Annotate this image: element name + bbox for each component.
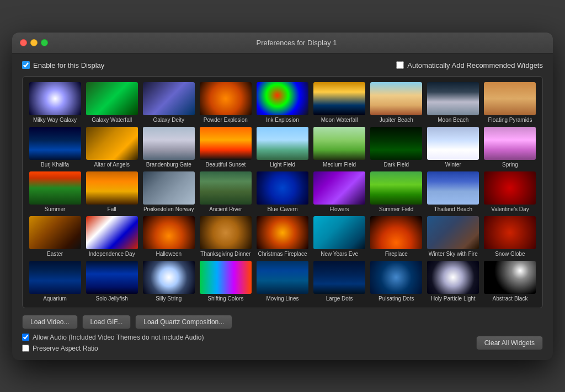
thumbnail-brandenburg-gate <box>143 127 195 160</box>
grid-item-ancient-river[interactable]: Ancient River <box>198 170 253 214</box>
thumbnail-light-field <box>257 127 308 160</box>
label-fall: Fall <box>108 206 116 213</box>
grid-item-beautiful-sunset[interactable]: Beautiful Sunset <box>198 126 253 169</box>
thumbnail-beautiful-sunset <box>200 127 252 160</box>
grid-item-fall[interactable]: Fall <box>84 170 140 214</box>
grid-item-ink-explosion[interactable]: Ink Explosion <box>254 81 310 125</box>
label-preikestolen-norway: Preikestolen Norway <box>143 206 194 213</box>
load-video-button[interactable]: Load Video... <box>22 315 78 329</box>
grid-item-medium-field[interactable]: Medium Field <box>312 126 367 169</box>
grid-item-winter[interactable]: Winter <box>425 126 481 169</box>
label-milky-way-galaxy: Milky Way Galaxy <box>33 117 77 123</box>
label-brandenburg-gate: Brandenburg Gate <box>146 162 191 168</box>
grid-item-large-dots[interactable]: Large Dots <box>312 260 367 303</box>
wallpaper-grid-container[interactable]: Milky Way GalaxyGalaxy WaterfallGalaxy D… <box>22 76 543 308</box>
grid-item-altar-of-angels[interactable]: Altar of Angels <box>84 126 140 169</box>
thumbnail-aquarium <box>29 261 81 294</box>
label-new-years-eve: New Years Eve <box>321 251 358 257</box>
thumbnail-pulsating-dots <box>370 261 422 294</box>
label-halloween: Halloween <box>156 251 182 257</box>
thumbnail-summer-field <box>370 171 422 205</box>
bottom-row: Allow Audio (Included Video Themes do no… <box>22 334 543 352</box>
enable-display-checkbox[interactable] <box>22 61 30 69</box>
enable-display-checkbox-label[interactable]: Enable for this Display <box>22 61 104 69</box>
allow-audio-checkbox[interactable] <box>22 334 29 341</box>
grid-item-dark-field[interactable]: Dark Field <box>369 126 424 169</box>
grid-item-blue-cavern[interactable]: Blue Cavern <box>254 170 310 214</box>
grid-item-easter[interactable]: Easter <box>27 215 83 259</box>
bottom-controls: Load Video... Load GIF... Load Quartz Co… <box>22 315 543 352</box>
grid-item-snow-globe[interactable]: Snow Globe <box>482 215 538 259</box>
close-button[interactable] <box>20 39 27 46</box>
auto-add-checkbox[interactable] <box>396 61 404 69</box>
label-valentines-day: Valentine's Day <box>491 206 529 213</box>
label-jupiter-beach: Jupiter Beach <box>380 117 413 123</box>
grid-item-new-years-eve[interactable]: New Years Eve <box>312 215 367 259</box>
grid-item-brandenburg-gate[interactable]: Brandenburg Gate <box>141 126 196 169</box>
preserve-aspect-checkbox-label[interactable]: Preserve Aspect Ratio <box>22 345 204 352</box>
grid-item-winter-sky-fire[interactable]: Winter Sky with Fire <box>425 215 481 259</box>
grid-item-moon-beach[interactable]: Moon Beach <box>425 81 481 125</box>
clear-all-widgets-button[interactable]: Clear All Widgets <box>476 336 543 350</box>
grid-item-flowers[interactable]: Flowers <box>312 170 367 214</box>
grid-item-holy-particle-light[interactable]: Holy Particle Light <box>425 260 481 303</box>
grid-item-moon-waterfall[interactable]: Moon Waterfall <box>312 81 367 125</box>
maximize-button[interactable] <box>41 39 48 46</box>
load-buttons-row: Load Video... Load GIF... Load Quartz Co… <box>22 315 543 329</box>
load-gif-button[interactable]: Load GIF... <box>82 315 131 329</box>
label-winter: Winter <box>445 162 461 168</box>
grid-item-fireplace[interactable]: Fireplace <box>369 215 424 259</box>
grid-item-abstract-black[interactable]: Abstract Black <box>482 260 538 303</box>
thumbnail-altar-of-angels <box>86 127 138 160</box>
grid-item-solo-jellyfish[interactable]: Solo Jellyfish <box>84 260 140 303</box>
grid-item-summer-field[interactable]: Summer Field <box>369 170 424 214</box>
thumbnail-flowers <box>313 171 365 205</box>
grid-item-galaxy-waterfall[interactable]: Galaxy Waterfall <box>84 81 140 125</box>
grid-item-valentines-day[interactable]: Valentine's Day <box>482 170 538 214</box>
auto-add-checkbox-label[interactable]: Automatically Add Recommended Widgets <box>396 61 543 69</box>
grid-item-thailand-beach[interactable]: Thailand Beach <box>425 170 481 214</box>
thumbnail-blue-cavern <box>257 171 308 205</box>
label-solo-jellyfish: Solo Jellyfish <box>95 296 127 302</box>
grid-item-preikestolen-norway[interactable]: Preikestolen Norway <box>141 170 196 214</box>
label-thailand-beach: Thailand Beach <box>434 206 473 213</box>
allow-audio-label: Allow Audio (Included Video Themes do no… <box>33 334 204 341</box>
label-ancient-river: Ancient River <box>209 206 242 213</box>
thumbnail-easter <box>29 216 81 249</box>
label-christmas-fireplace: Christmas Fireplace <box>258 251 307 257</box>
thumbnail-shifting-colors <box>200 261 252 294</box>
grid-item-floating-pyramids[interactable]: Floating Pyramids <box>482 81 538 125</box>
grid-item-spring[interactable]: Spring <box>482 126 538 169</box>
label-holy-particle-light: Holy Particle Light <box>431 296 476 302</box>
grid-item-aquarium[interactable]: Aquarium <box>27 260 83 303</box>
label-fireplace: Fireplace <box>385 251 408 257</box>
grid-item-jupiter-beach[interactable]: Jupiter Beach <box>369 81 424 125</box>
grid-item-moving-lines[interactable]: Moving Lines <box>254 260 310 303</box>
load-quartz-button[interactable]: Load Quartz Composition... <box>135 315 232 329</box>
grid-item-burj-khalifa[interactable]: Burj Khalifa <box>27 126 83 169</box>
grid-item-light-field[interactable]: Light Field <box>254 126 310 169</box>
grid-item-christmas-fireplace[interactable]: Christmas Fireplace <box>254 215 310 259</box>
grid-item-silly-string[interactable]: Silly String <box>141 260 196 303</box>
label-moon-beach: Moon Beach <box>438 117 468 123</box>
grid-item-thanksgiving-dinner[interactable]: Thanksgiving Dinner <box>198 215 253 259</box>
grid-item-pulsating-dots[interactable]: Pulsating Dots <box>369 260 424 303</box>
grid-item-powder-explosion[interactable]: Powder Explosion <box>198 81 253 125</box>
grid-item-milky-way-galaxy[interactable]: Milky Way Galaxy <box>27 81 83 125</box>
minimize-button[interactable] <box>30 39 38 46</box>
grid-item-summer[interactable]: Summer <box>27 170 83 214</box>
grid-item-shifting-colors[interactable]: Shifting Colors <box>198 260 253 303</box>
label-blue-cavern: Blue Cavern <box>267 206 297 213</box>
thumbnail-moon-waterfall <box>313 82 365 115</box>
auto-add-label: Automatically Add Recommended Widgets <box>407 61 543 69</box>
label-silly-string: Silly String <box>156 296 182 302</box>
thumbnail-burj-khalifa <box>29 127 81 160</box>
thumbnail-thanksgiving-dinner <box>200 216 252 249</box>
preserve-aspect-checkbox[interactable] <box>22 345 29 352</box>
grid-item-independence-day[interactable]: Independence Day <box>84 215 140 259</box>
grid-item-galaxy-deity[interactable]: Galaxy Deity <box>141 81 196 125</box>
thumbnail-valentines-day <box>484 171 536 205</box>
allow-audio-checkbox-label[interactable]: Allow Audio (Included Video Themes do no… <box>22 334 204 341</box>
label-abstract-black: Abstract Black <box>492 296 527 302</box>
grid-item-halloween[interactable]: Halloween <box>141 215 196 259</box>
